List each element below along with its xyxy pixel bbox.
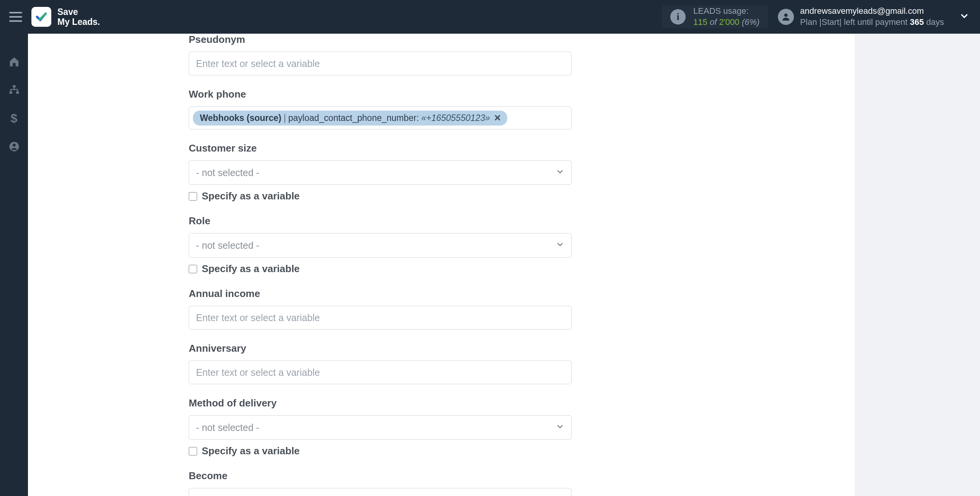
form-panel: Pseudonym Work phone Webhooks (source) |… [28,34,855,496]
sitemap-icon [8,84,20,96]
delivery-select[interactable]: - not selected - [189,415,572,440]
field-become: Become - not selected - Specify as a var… [189,470,572,496]
customer-size-specify-row: Specify as a variable [189,190,572,202]
dollar-icon: $ [11,111,18,126]
brand-line1: Save [57,7,100,17]
usage-total: 2'000 [719,17,739,27]
usage-of: of [710,17,717,27]
chip-source: Webhooks (source) [200,113,281,123]
sidebar-item-billing[interactable]: $ [8,112,21,125]
anniversary-label: Anniversary [189,343,572,354]
delivery-label: Method of delivery [189,397,572,409]
leads-usage-title: LEADS usage: [693,6,760,17]
chip-remove-icon[interactable]: ✕ [492,113,501,123]
app-body: $ Pseudonym Work phone Webhooks (source) [0,34,980,496]
field-work-phone: Work phone Webhooks (source) | payload_c… [189,88,572,129]
customer-size-specify-label[interactable]: Specify as a variable [202,190,300,202]
chip-sep: | [284,113,286,123]
chevron-down-icon [556,422,564,433]
chevron-down-icon [556,167,564,178]
field-customer-size: Customer size - not selected - Specify a… [189,142,572,202]
delivery-specify-row: Specify as a variable [189,445,572,457]
pseudonym-label: Pseudonym [189,34,572,46]
become-label: Become [189,470,572,482]
work-phone-label: Work phone [189,88,572,100]
sidebar: $ [0,34,28,496]
work-phone-input[interactable]: Webhooks (source) | payload_contact_phon… [189,106,572,129]
field-annual-income: Annual income [189,288,572,330]
chevron-down-icon [556,240,564,251]
home-icon [8,56,20,67]
customer-size-label: Customer size [189,142,572,154]
annual-income-input[interactable] [189,306,572,330]
user-email: andrewsavemyleads@gmail.com [800,6,944,17]
delivery-specify-checkbox[interactable] [189,447,197,455]
user-text: andrewsavemyleads@gmail.com Plan |Start|… [800,6,944,28]
app-logo[interactable] [31,7,51,27]
role-label: Role [189,215,572,227]
chip-key: payload_contact_phone_number: [288,113,419,123]
sidebar-item-home[interactable] [8,55,21,68]
svg-rect-1 [13,85,16,88]
content-area: Pseudonym Work phone Webhooks (source) |… [28,34,980,496]
user-block[interactable]: andrewsavemyleads@gmail.com Plan |Start|… [778,6,944,28]
app-header: Save My Leads. i LEADS usage: 115 of 2'0… [0,0,980,34]
check-icon [35,10,48,23]
svg-rect-3 [16,91,19,94]
customer-size-value: - not selected - [196,167,259,178]
field-anniversary: Anniversary [189,343,572,384]
role-specify-row: Specify as a variable [189,263,572,275]
leads-usage-text: LEADS usage: 115 of 2'000 (6%) [693,6,760,28]
form-wrap: Pseudonym Work phone Webhooks (source) |… [189,34,572,496]
work-phone-variable-chip[interactable]: Webhooks (source) | payload_contact_phon… [193,111,507,126]
user-plan: Plan |Start| left until payment 365 days [800,17,944,28]
usage-pct: (6%) [742,17,760,27]
svg-rect-2 [9,91,12,94]
field-pseudonym: Pseudonym [189,34,572,75]
menu-toggle-icon[interactable] [9,12,22,22]
usage-current: 115 [693,17,707,27]
delivery-specify-label[interactable]: Specify as a variable [202,445,300,457]
user-menu-toggle[interactable] [959,11,969,23]
sidebar-item-account[interactable] [8,140,21,153]
customer-size-specify-checkbox[interactable] [189,192,197,201]
role-value: - not selected - [196,240,259,251]
svg-point-5 [13,144,16,147]
brand-text: Save My Leads. [57,7,100,27]
anniversary-input[interactable] [189,361,572,384]
role-specify-checkbox[interactable] [189,265,197,273]
pseudonym-input[interactable] [189,52,572,75]
avatar-icon [778,9,794,25]
field-role: Role - not selected - Specify as a varia… [189,215,572,275]
role-select[interactable]: - not selected - [189,233,572,258]
field-delivery: Method of delivery - not selected - Spec… [189,397,572,457]
chip-value: «+16505550123» [421,113,490,123]
sidebar-item-integrations[interactable] [8,83,21,96]
delivery-value: - not selected - [196,422,259,433]
chevron-down-icon [959,11,969,21]
become-value: - not selected - [196,495,259,496]
svg-point-0 [784,13,788,17]
become-select[interactable]: - not selected - [189,488,572,496]
customer-size-select[interactable]: - not selected - [189,160,572,185]
role-specify-label[interactable]: Specify as a variable [202,263,300,275]
annual-income-label: Annual income [189,288,572,300]
brand-line2: My Leads. [57,17,100,27]
leads-usage-card[interactable]: i LEADS usage: 115 of 2'000 (6%) [662,5,768,28]
user-icon [8,141,20,152]
info-icon: i [670,9,686,24]
